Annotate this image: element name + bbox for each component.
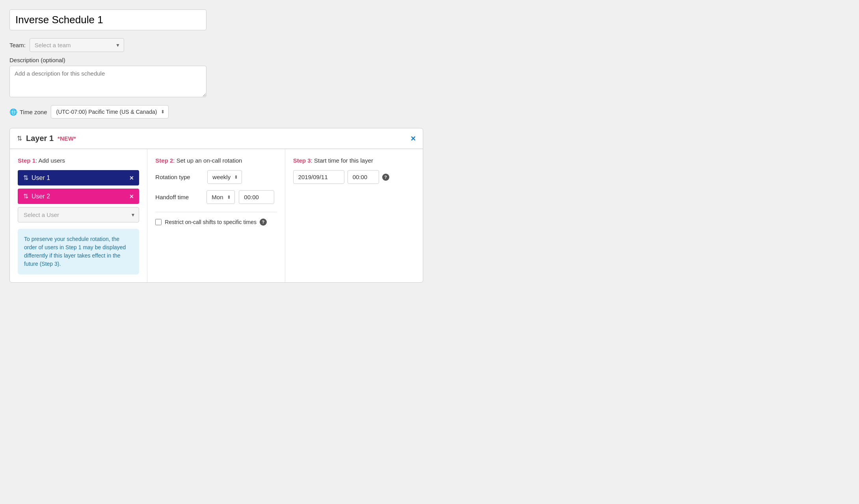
step2-num: Step 2 xyxy=(155,157,173,164)
schedule-name-input[interactable] xyxy=(9,9,206,30)
step1-title: Step 1: Add users xyxy=(18,157,139,164)
globe-icon: 🌐 xyxy=(9,108,17,116)
user1-left: ⇅ User 1 xyxy=(23,174,50,182)
rotation-type-select[interactable]: weekly xyxy=(207,170,242,184)
rotation-type-wrapper: weekly ⬍ xyxy=(207,170,242,184)
step3-num: Step 3 xyxy=(293,157,311,164)
step1-num: Step 1 xyxy=(18,157,35,164)
user2-item: ⇅ User 2 × xyxy=(18,189,139,204)
layer-new-badge: *NEW* xyxy=(58,135,76,142)
team-label: Team: xyxy=(9,42,26,48)
info-box: To preserve your schedule rotation, the … xyxy=(18,229,139,274)
layer-card: ⇅ Layer 1 *NEW* × Step 1: Add users ⇅ Us… xyxy=(9,128,423,283)
divider xyxy=(155,212,277,212)
timezone-label: Time zone xyxy=(20,109,47,115)
step3-title: Step 3: Start time for this layer xyxy=(293,157,415,164)
info-text: To preserve your schedule rotation, the … xyxy=(24,236,126,267)
select-user-dropdown[interactable]: Select a User xyxy=(18,207,139,222)
layer-title: Layer 1 xyxy=(26,134,54,143)
rotation-type-label: Rotation type xyxy=(155,174,203,180)
layer-body: Step 1: Add users ⇅ User 1 × ⇅ User 2 xyxy=(10,149,423,282)
step2-title: Step 2: Set up an on-call rotation xyxy=(155,157,277,164)
restrict-row: Restrict on-call shifts to specific time… xyxy=(155,219,277,226)
step1-column: Step 1: Add users ⇅ User 1 × ⇅ User 2 xyxy=(10,149,147,282)
user1-label: User 1 xyxy=(32,174,50,182)
layer-drag-icon[interactable]: ⇅ xyxy=(17,135,22,142)
user2-label: User 2 xyxy=(32,193,50,200)
layer-header-left: ⇅ Layer 1 *NEW* xyxy=(17,134,76,143)
description-label: Description (optional) xyxy=(9,57,423,63)
user2-remove-button[interactable]: × xyxy=(130,193,134,200)
step3-column: Step 3: Start time for this layer ? xyxy=(285,149,423,282)
team-select[interactable]: Select a team xyxy=(30,38,124,52)
start-time-row: ? xyxy=(293,170,415,184)
handoff-row: Handoff time Mon ⬍ xyxy=(155,190,277,204)
start-date-input[interactable] xyxy=(293,170,344,184)
layer-close-button[interactable]: × xyxy=(411,134,416,143)
start-time-help-icon[interactable]: ? xyxy=(382,174,389,181)
select-user-wrapper: Select a User ▼ xyxy=(18,207,139,222)
timezone-row: 🌐 Time zone (UTC-07:00) Pacific Time (US… xyxy=(9,105,423,119)
step1-text: : Add users xyxy=(35,157,65,164)
team-select-wrapper: Select a team ▼ xyxy=(30,38,124,52)
user2-drag-icon[interactable]: ⇅ xyxy=(23,193,28,200)
handoff-time-input[interactable] xyxy=(239,190,274,204)
step2-text: : Set up an on-call rotation xyxy=(173,157,242,164)
handoff-label: Handoff time xyxy=(155,194,203,200)
timezone-wrapper: (UTC-07:00) Pacific Time (US & Canada) ⬍ xyxy=(51,105,169,119)
user2-left: ⇅ User 2 xyxy=(23,193,50,200)
restrict-label: Restrict on-call shifts to specific time… xyxy=(165,219,257,225)
user1-item: ⇅ User 1 × xyxy=(18,170,139,185)
step2-column: Step 2: Set up an on-call rotation Rotat… xyxy=(147,149,285,282)
handoff-day-select[interactable]: Mon xyxy=(206,190,235,204)
user1-remove-button[interactable]: × xyxy=(130,174,134,182)
step3-text: : Start time for this layer xyxy=(311,157,373,164)
description-textarea[interactable] xyxy=(9,66,206,97)
team-row: Team: Select a team ▼ xyxy=(9,38,423,52)
handoff-day-wrapper: Mon ⬍ xyxy=(206,190,235,204)
user1-drag-icon[interactable]: ⇅ xyxy=(23,174,28,182)
restrict-checkbox[interactable] xyxy=(155,219,162,225)
page-container: Team: Select a team ▼ Description (optio… xyxy=(9,9,423,283)
restrict-help-icon[interactable]: ? xyxy=(260,219,267,226)
layer-header: ⇅ Layer 1 *NEW* × xyxy=(10,128,423,149)
start-time-input[interactable] xyxy=(348,170,379,184)
timezone-select[interactable]: (UTC-07:00) Pacific Time (US & Canada) xyxy=(51,105,169,119)
rotation-type-row: Rotation type weekly ⬍ xyxy=(155,170,277,184)
